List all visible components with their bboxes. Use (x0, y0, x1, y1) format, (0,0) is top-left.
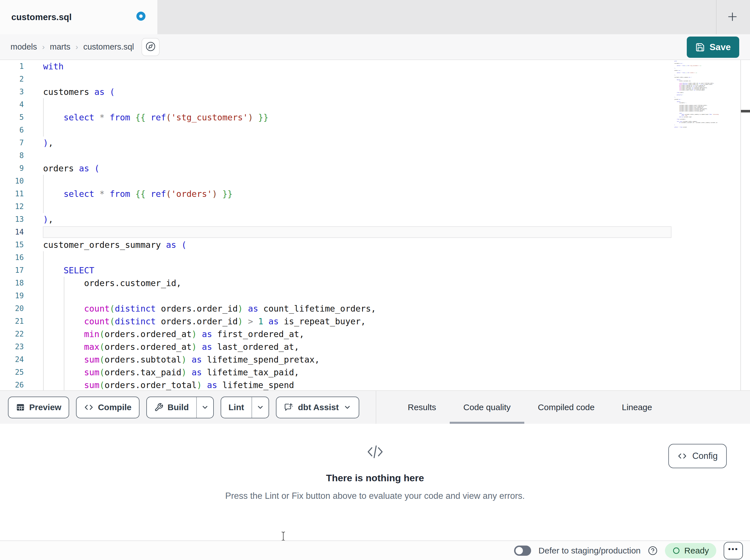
breadcrumb-item-file[interactable]: customers.sql (83, 42, 134, 51)
save-button[interactable]: Save (687, 37, 739, 58)
breadcrumb-item-marts[interactable]: marts (50, 42, 71, 51)
line-number: 7 (0, 137, 28, 149)
lineage-compass-button[interactable] (141, 38, 160, 56)
scrollbar-cursor-marker[interactable] (741, 110, 750, 112)
code-line-content (28, 149, 43, 162)
code-line-9[interactable]: 9orders as ( (0, 162, 674, 175)
line-number: 4 (0, 98, 28, 111)
new-tab-button[interactable] (723, 7, 742, 27)
breadcrumb: models › marts › customers.sql Save (0, 34, 750, 60)
lint-dropdown-button[interactable] (252, 397, 269, 418)
code-line-15[interactable]: 15customer_orders_summary as ( (0, 238, 674, 251)
tab-title: customers.sql (11, 12, 72, 22)
config-button[interactable]: Config (668, 444, 727, 468)
help-circle-icon[interactable] (648, 546, 657, 556)
code-quality-panel: There is nothing here Press the Lint or … (0, 424, 750, 540)
minimap[interactable]: withcustomers as ( select * from {{ ref(… (674, 61, 739, 128)
code-line-content: sum(orders.tax_paid) as lifetime_tax_pai… (28, 366, 299, 379)
code-line-content: sum(orders.order_total) as lifetime_spen… (28, 379, 294, 390)
code-editor[interactable]: 1with23customers as (45 select * from {{… (0, 60, 750, 390)
lint-button-main[interactable]: Lint (221, 397, 252, 418)
preview-button[interactable]: Preview (8, 397, 69, 418)
line-number: 20 (0, 302, 28, 315)
code-line-content: ), (28, 137, 53, 149)
code-line-13[interactable]: 13), (0, 213, 674, 226)
code-line-3[interactable]: 3customers as ( (0, 86, 674, 98)
code-line-7[interactable]: 7), (0, 137, 674, 149)
code-line-16[interactable]: 16 (0, 251, 674, 264)
dbt-ide-window: customers.sql models › marts › customers… (0, 0, 750, 560)
result-tabs: ResultsCode qualityCompiled codeLineage (394, 391, 666, 424)
code-line-content: SELECT (28, 264, 94, 277)
breadcrumb-item-models[interactable]: models (11, 42, 37, 51)
indent-guide (43, 251, 44, 390)
config-button-label: Config (692, 451, 718, 461)
build-dropdown-button[interactable] (197, 397, 213, 418)
status-badge-ready: Ready (665, 543, 716, 558)
code-line-5[interactable]: 5 select * from {{ ref('stg_customers') … (0, 111, 674, 124)
code-line-22[interactable]: 22 min(orders.ordered_at) as first_order… (0, 328, 674, 340)
breadcrumb-separator: › (75, 42, 78, 51)
code-line-17[interactable]: 17 SELECT (0, 264, 674, 277)
compass-icon (145, 41, 156, 53)
lint-button-label: Lint (229, 402, 244, 412)
build-button-main[interactable]: Build (147, 397, 196, 418)
code-line-content (28, 251, 43, 264)
chevron-down-icon (201, 403, 209, 411)
code-line-25[interactable]: 25 sum(orders.tax_paid) as lifetime_tax_… (0, 366, 674, 379)
code-line-11[interactable]: 11 select * from {{ ref('orders') }} (0, 188, 674, 200)
code-line-20[interactable]: 20 count(distinct orders.order_id) as co… (0, 302, 674, 315)
defer-toggle[interactable] (514, 545, 531, 556)
code-line-26[interactable]: 26 sum(orders.order_total) as lifetime_s… (0, 379, 674, 390)
plus-icon (726, 10, 739, 24)
code-icon (84, 403, 94, 412)
ready-circle-icon (672, 547, 680, 555)
assist-chat-sparkle-icon (284, 402, 294, 412)
code-line-10[interactable]: 10 (0, 175, 674, 188)
save-button-label: Save (709, 42, 731, 53)
code-line-18[interactable]: 18 orders.customer_id, (0, 277, 674, 290)
code-line-19[interactable]: 19 (0, 290, 674, 302)
compile-button[interactable]: Compile (76, 397, 139, 418)
code-line-23[interactable]: 23 max(orders.ordered_at) as last_ordere… (0, 340, 674, 353)
line-number: 14 (0, 226, 28, 238)
chevron-down-icon (256, 403, 264, 411)
code-line-4[interactable]: 4 (0, 98, 674, 111)
line-number: 13 (0, 213, 28, 226)
line-number: 18 (0, 277, 28, 290)
tab-lineage[interactable]: Lineage (608, 391, 666, 424)
tab-compiled-code[interactable]: Compiled code (524, 391, 608, 424)
line-number: 26 (0, 379, 28, 390)
line-number: 24 (0, 353, 28, 366)
ellipsis-icon: ••• (728, 545, 738, 554)
code-line-content: customer_orders_summary as ( (28, 238, 186, 251)
code-line-content: select * from {{ ref('stg_customers') }} (28, 111, 269, 124)
code-lines: 1with23customers as (45 select * from {{… (0, 60, 674, 390)
wrench-icon (154, 403, 163, 412)
tab-results[interactable]: Results (394, 391, 450, 424)
line-number: 19 (0, 290, 28, 302)
code-line-6[interactable]: 6 (0, 124, 674, 137)
defer-label: Defer to staging/production (538, 546, 640, 556)
line-number: 11 (0, 188, 28, 200)
code-line-content: count(distinct orders.order_id) as count… (28, 302, 376, 315)
code-line-24[interactable]: 24 sum(orders.subtotal) as lifetime_spen… (0, 353, 674, 366)
action-buttons: Preview Compile Build (0, 397, 359, 418)
table-preview-icon (16, 403, 25, 412)
minimap-line: select * from joined (674, 127, 739, 128)
overflow-menu-button[interactable]: ••• (724, 542, 743, 559)
dbt-assist-button[interactable]: dbt Assist (276, 397, 359, 418)
code-line-8[interactable]: 8 (0, 149, 674, 162)
code-line-2[interactable]: 2 (0, 73, 674, 86)
code-line-12[interactable]: 12 (0, 200, 674, 213)
chevron-down-icon (343, 403, 351, 411)
tab-code-quality[interactable]: Code quality (450, 391, 524, 424)
code-line-14[interactable]: 14 (0, 226, 674, 238)
tab-customers-sql[interactable]: customers.sql (0, 0, 157, 34)
build-button: Build (146, 397, 214, 418)
code-line-1[interactable]: 1with (0, 60, 674, 73)
code-line-21[interactable]: 21 count(distinct orders.order_id) > 1 a… (0, 315, 674, 328)
line-number: 1 (0, 60, 28, 73)
save-floppy-icon (695, 42, 705, 52)
code-line-content: select * from {{ ref('orders') }} (28, 188, 233, 200)
